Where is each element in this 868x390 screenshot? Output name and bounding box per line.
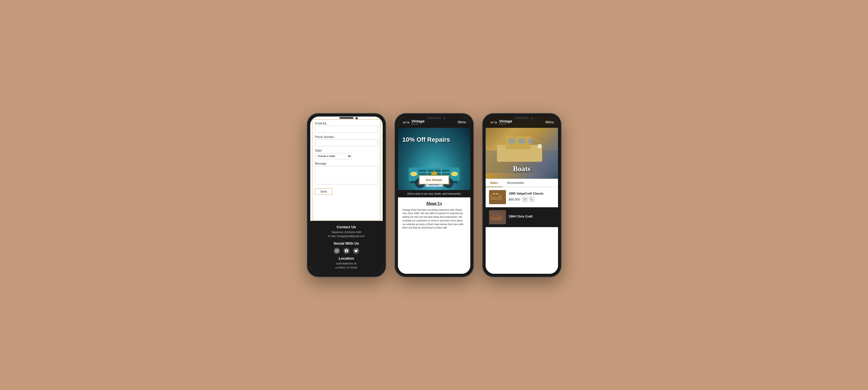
svg-rect-41 xyxy=(496,214,498,215)
boats-list: 1985 ValgaCraft Classic $89,000 xyxy=(486,187,558,274)
message-label: Message xyxy=(315,162,378,165)
social-title: Social With Us xyxy=(315,241,378,245)
svg-rect-24 xyxy=(528,139,533,144)
svg-point-29 xyxy=(491,122,492,123)
svg-point-0 xyxy=(403,122,404,123)
email-icon xyxy=(524,198,526,201)
svg-rect-27 xyxy=(538,144,541,148)
hero-caption: Find a story in our cars, boats, and mot… xyxy=(398,190,470,198)
tab-sales[interactable]: Sales xyxy=(486,179,503,187)
phone-3-screen: Vintage Point Menu Boats Sales Accessori… xyxy=(486,117,558,274)
twitter-icon[interactable] xyxy=(353,248,359,254)
svg-rect-40 xyxy=(492,214,495,215)
boat-price-row-1: $89,000 xyxy=(509,197,555,202)
phone3-logo-sub: Point xyxy=(499,123,512,125)
tab-accessories[interactable]: Accessories xyxy=(503,179,528,187)
boat-thumb-svg-1 xyxy=(489,190,506,204)
boat-action-icons-1 xyxy=(522,197,534,202)
boat-name-1: 1985 ValgaCraft Classic xyxy=(509,192,555,196)
boats-hero: Vintage Point Menu Boats xyxy=(486,117,558,179)
phone2-logo: Vintage Point xyxy=(402,119,425,125)
boat-info-2: 1964 Chris Craft xyxy=(509,215,555,219)
boat-thumb-svg-2 xyxy=(489,210,506,224)
phone-1: Email Ad... Phone Number: State: Choose … xyxy=(307,113,386,277)
email-form-group: Email Ad... xyxy=(315,122,378,132)
about-title: About Us xyxy=(402,201,466,206)
telephone-text: Telephone: (619)456-2388 xyxy=(315,230,378,234)
phone-icon xyxy=(530,198,533,201)
phone-speaker-1 xyxy=(339,117,353,119)
about-section: About Us Vintage Point has been providin… xyxy=(398,198,470,274)
send-button[interactable]: Send xyxy=(315,188,332,195)
svg-point-9 xyxy=(410,172,417,176)
phone3-logo-text: Vintage xyxy=(499,119,512,123)
phone-1-screen: Email Ad... Phone Number: State: Choose … xyxy=(310,117,383,274)
phone3-logo: Vintage Point xyxy=(490,119,512,125)
phone-speaker-2 xyxy=(427,117,441,119)
boats-tabs: Sales Accessories xyxy=(486,179,558,187)
phone-camera-2 xyxy=(443,117,445,119)
boat-thumb-2 xyxy=(489,210,506,224)
contact-title: Contact Us xyxy=(315,225,378,229)
email-text: E-mail: vintagepoint@gmail.com xyxy=(315,234,378,238)
phone-form-group: Phone Number: xyxy=(315,136,378,146)
svg-rect-35 xyxy=(496,193,498,194)
phone-2: Vintage Point Menu xyxy=(395,113,474,277)
logo-car-icon xyxy=(402,120,410,124)
boats-page-title: Boats xyxy=(513,164,530,173)
menu-button-phone3[interactable]: Menu xyxy=(545,120,554,124)
email-icon-btn-1[interactable] xyxy=(522,197,528,202)
phone-camera-3 xyxy=(531,117,533,119)
svg-rect-11 xyxy=(431,172,437,175)
phone-camera-1 xyxy=(355,117,358,119)
phone-label: Phone Number: xyxy=(315,136,378,139)
boat-name-2: 1964 Chris Craft xyxy=(509,215,555,218)
message-textarea[interactable] xyxy=(315,166,378,184)
boat-thumb-1 xyxy=(489,190,506,204)
phones-container: Email Ad... Phone Number: State: Choose … xyxy=(307,113,561,277)
svg-rect-23 xyxy=(518,139,525,144)
social-icons-row xyxy=(315,248,378,254)
svg-point-10 xyxy=(451,172,458,176)
instagram-icon[interactable] xyxy=(334,248,340,254)
location-title: Location xyxy=(315,256,378,261)
svg-point-30 xyxy=(495,122,496,123)
boat-info-1: 1985 ValgaCraft Classic $89,000 xyxy=(509,192,555,202)
address-line1: 4236 Baltimore Dr xyxy=(315,262,378,266)
svg-point-1 xyxy=(408,122,409,123)
state-form-group: State: Choose a State California New Yor… xyxy=(315,149,378,159)
phone-2-screen: Vintage Point Menu xyxy=(398,117,470,274)
phone2-hero: BELAIRE 10% Off Repairs See Details xyxy=(398,128,470,190)
logo-sub: Point xyxy=(411,123,425,125)
hero-text-area: 10% Off Repairs xyxy=(402,136,466,143)
message-form-group: Message xyxy=(315,162,378,185)
phone-input[interactable] xyxy=(315,140,378,146)
boat-card-1: 1985 ValgaCraft Classic $89,000 xyxy=(486,187,558,207)
state-select[interactable]: Choose a State California New York Texas xyxy=(315,153,352,159)
menu-button-phone2[interactable]: Menu xyxy=(458,120,466,124)
address-line2: La Mesa, CA 91942 xyxy=(315,266,378,270)
phone-icon-btn-1[interactable] xyxy=(529,197,534,202)
svg-rect-33 xyxy=(492,192,499,197)
svg-rect-22 xyxy=(508,139,515,144)
phone-1-footer: Contact Us Telephone: (619)456-2388 E-ma… xyxy=(310,221,383,274)
hero-title: 10% Off Repairs xyxy=(402,136,466,143)
facebook-icon[interactable] xyxy=(343,248,349,254)
logo-text: Vintage xyxy=(411,119,425,123)
phone-speaker-3 xyxy=(515,117,529,119)
see-details-button[interactable]: See Details xyxy=(419,175,449,184)
svg-rect-34 xyxy=(493,193,495,194)
email-input[interactable] xyxy=(315,126,378,132)
boat-card-2: 1964 Chris Craft xyxy=(486,207,558,228)
phone-3: Vintage Point Menu Boats Sales Accessori… xyxy=(482,113,561,277)
about-text: Vintage Point has been providing custome… xyxy=(402,208,466,230)
phone3-logo-icon xyxy=(490,120,498,124)
email-label: Email Ad... xyxy=(315,122,378,125)
boat-price-1: $89,000 xyxy=(509,198,520,201)
state-label: State: xyxy=(315,149,378,152)
